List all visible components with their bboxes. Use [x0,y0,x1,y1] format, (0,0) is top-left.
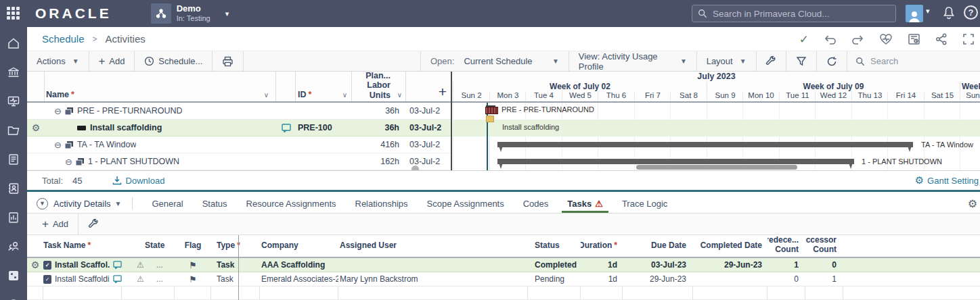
task-row-selected[interactable]: ⚙ ✓ Install Scaffol... ⚠... ⚑ Task AAA S… [27,258,980,272]
column-header-assigned-user[interactable]: Assigned User [338,235,528,257]
gantt-settings-button[interactable]: ⚙ Gantt Setting [915,174,979,186]
activity-row[interactable]: ⊖ TA - TA Window 416h 03-Jul-2 [27,136,451,153]
portfolio-icon[interactable] [7,66,20,79]
chevron-down-icon[interactable]: ∨ [342,91,347,99]
projects-folder-icon[interactable] [7,124,20,137]
schedule-button[interactable]: Schedule... [135,51,212,71]
dashboard-icon[interactable] [7,95,20,108]
breadcrumb-schedule[interactable]: Schedule [42,33,85,45]
filter-button[interactable] [786,51,816,71]
details-selector[interactable]: Activity Details [53,199,111,209]
actions-menu-button[interactable]: Actions▼ [27,51,89,71]
apps-icon[interactable] [7,269,20,282]
column-header-completed-date[interactable]: Completed Date [693,235,767,257]
open-schedule-select[interactable]: Open: Current Schedule ▼ [421,51,569,71]
view-select[interactable]: View: Activity Usage Profile ▼ [569,51,696,71]
reports-icon[interactable] [7,211,20,224]
tab-relationships[interactable]: Relationships [346,194,418,213]
directory-icon[interactable] [7,182,20,195]
avatar-caret-icon[interactable]: ▾ [926,7,930,16]
grid-search-input[interactable] [870,56,972,66]
column-header-duration[interactable]: Duration* [581,235,623,257]
add-button[interactable]: +Add [89,51,134,71]
customize-wrench-button[interactable] [79,214,108,234]
global-search[interactable] [692,5,896,22]
column-header-state[interactable]: State [122,235,175,257]
tab-scope-assignments[interactable]: Scope Assignments [418,194,514,213]
gantt-summary-bar-ta-window[interactable] [497,142,913,147]
layout-menu-button[interactable]: Layout▼ [697,51,756,71]
row-gear-icon[interactable]: ⚙ [32,122,41,133]
gantt-summary-bar-plant-shutdown[interactable] [497,159,854,164]
chevron-down-icon[interactable]: ∨ [397,91,402,99]
workspace-info[interactable]: Demo In: Testing [177,4,210,23]
grid-gantt-splitter[interactable] [451,72,452,170]
column-header-company[interactable]: Company [260,235,338,257]
app-switcher-waffle-icon[interactable] [7,7,20,20]
collapse-icon[interactable]: ⊖ [54,106,62,116]
print-button[interactable] [213,51,243,71]
column-header-planned-labor-units[interactable]: Plan... Labor Units ∨ [352,72,406,101]
chevron-down-icon[interactable]: ∨ [264,91,269,99]
tab-codes[interactable]: Codes [514,194,558,213]
tab-trace-logic[interactable]: Trace Logic [612,194,677,213]
task-flag[interactable]: ⚑ [175,272,211,286]
activity-row[interactable]: ⊖ 1 - PLANT SHUTDOWN 162h 03-Jul-2 [27,153,451,170]
task-row[interactable]: ✓ Install Scaffolding ⚠... ⚑ Task Emeral… [27,272,980,286]
resources-people-icon[interactable] [7,240,20,253]
refresh-button[interactable] [817,51,847,71]
redo-icon[interactable] [851,34,864,45]
workspace-tile[interactable] [151,3,171,24]
task-flag[interactable]: ⚑ [175,258,211,272]
column-header-successor-count[interactable]: SuccessorCount [805,235,843,257]
column-header-flag[interactable]: Flag [175,235,211,257]
comment-bubble-icon[interactable] [113,261,122,269]
fullscreen-icon[interactable] [962,33,975,45]
share-icon[interactable] [935,33,948,45]
grid-scroll-handle[interactable] [411,166,419,170]
circle-chevron-icon[interactable]: ▼ [37,198,48,209]
more-ellipsis[interactable]: ... [156,260,163,270]
caret-down-icon[interactable]: ▼ [115,200,122,207]
tab-resource-assignments[interactable]: Resource Assignments [237,194,346,213]
details-settings-gear-icon[interactable]: ⚙ [968,197,977,210]
global-search-input[interactable] [713,9,895,19]
column-header-predecessor-count[interactable]: Predece...Count [767,235,805,257]
row-gear-icon[interactable]: ⚙ [31,259,40,270]
undo-icon[interactable] [824,34,837,45]
grid-search[interactable] [847,56,980,66]
column-header-status[interactable]: Status [528,235,581,257]
workspace-caret-icon[interactable]: ▾ [225,9,229,18]
report-panel-icon[interactable] [908,33,920,45]
notifications-bell-icon[interactable] [942,5,956,20]
user-avatar[interactable] [906,5,923,22]
task-new-row-placeholder[interactable] [27,286,980,300]
add-column-button[interactable]: + [439,84,447,100]
column-header-type[interactable]: Type* [211,235,260,257]
gantt-activity-bar-install-scaffolding[interactable] [485,107,498,114]
download-button[interactable]: Download [112,176,165,186]
collapse-icon[interactable]: ⊖ [54,140,62,150]
tab-general[interactable]: General [142,194,192,213]
activity-row[interactable]: ⊖ PRE - PRE-TURNAROUND 36h 03-Jul-2 [27,103,451,120]
collapse-icon[interactable]: ⊖ [65,157,72,167]
column-header-name[interactable]: Name* ∨ [45,72,276,101]
comment-bubble-icon[interactable] [282,124,291,132]
column-header-id[interactable]: ID* ∨ [296,72,352,101]
home-icon[interactable] [7,36,20,50]
pages-icon[interactable] [7,153,20,166]
column-header-due-date[interactable]: Due Date [623,235,693,257]
column-header-task-name[interactable]: Task Name* [43,235,122,257]
customize-wrench-button[interactable] [756,51,786,71]
tab-tasks[interactable]: Tasks⚠ [558,194,612,213]
more-ellipsis[interactable]: ... [156,274,163,284]
task-company: AAA Scaffolding [260,258,338,272]
activity-row-selected[interactable]: ⚙ Install scaffolding PRE-100 36h 03-Jul… [27,120,451,136]
add-task-button[interactable]: +Add [32,214,78,234]
health-heart-icon[interactable] [879,33,893,45]
gantt-horizontal-scrollbar[interactable] [636,165,797,170]
tab-status[interactable]: Status [193,194,237,213]
comment-bubble-icon[interactable] [113,275,122,283]
help-icon[interactable]: ? [964,5,978,20]
confirm-check-icon[interactable]: ✓ [799,32,809,47]
